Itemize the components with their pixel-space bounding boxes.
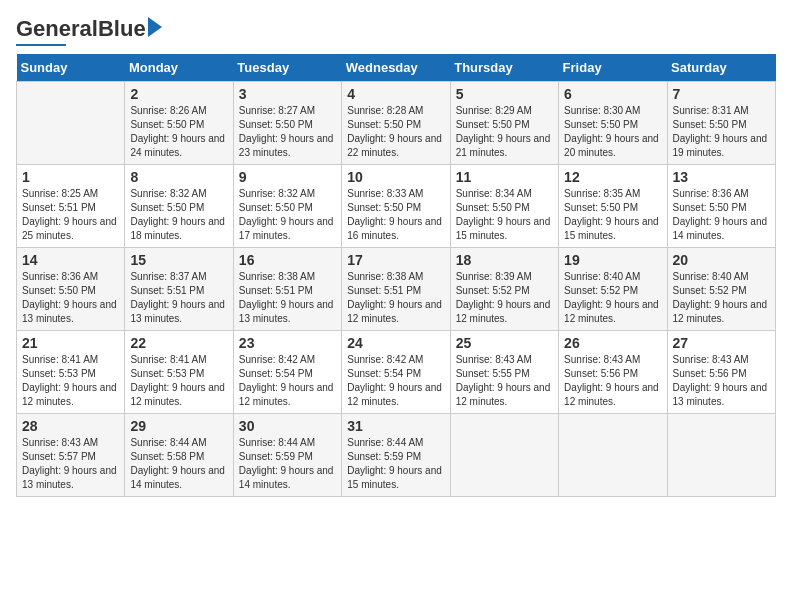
calendar-cell: 24 Sunrise: 8:42 AM Sunset: 5:54 PM Dayl…	[342, 331, 450, 414]
cell-content: Sunrise: 8:44 AM Sunset: 5:58 PM Dayligh…	[130, 436, 227, 492]
calendar-cell	[559, 414, 667, 497]
cell-content: Sunrise: 8:41 AM Sunset: 5:53 PM Dayligh…	[22, 353, 119, 409]
calendar-cell: 6 Sunrise: 8:30 AM Sunset: 5:50 PM Dayli…	[559, 82, 667, 165]
calendar-cell	[450, 414, 558, 497]
day-number: 21	[22, 335, 119, 351]
day-number: 11	[456, 169, 553, 185]
calendar-cell: 11 Sunrise: 8:34 AM Sunset: 5:50 PM Dayl…	[450, 165, 558, 248]
day-number: 17	[347, 252, 444, 268]
day-number: 23	[239, 335, 336, 351]
logo-text: GeneralBlue	[16, 16, 146, 42]
calendar-cell: 12 Sunrise: 8:35 AM Sunset: 5:50 PM Dayl…	[559, 165, 667, 248]
calendar-row: 21 Sunrise: 8:41 AM Sunset: 5:53 PM Dayl…	[17, 331, 776, 414]
day-number: 28	[22, 418, 119, 434]
day-number: 30	[239, 418, 336, 434]
cell-content: Sunrise: 8:35 AM Sunset: 5:50 PM Dayligh…	[564, 187, 661, 243]
cell-content: Sunrise: 8:32 AM Sunset: 5:50 PM Dayligh…	[130, 187, 227, 243]
day-number: 10	[347, 169, 444, 185]
day-number: 19	[564, 252, 661, 268]
calendar-header-row: SundayMondayTuesdayWednesdayThursdayFrid…	[17, 54, 776, 82]
cell-content: Sunrise: 8:41 AM Sunset: 5:53 PM Dayligh…	[130, 353, 227, 409]
cell-content: Sunrise: 8:37 AM Sunset: 5:51 PM Dayligh…	[130, 270, 227, 326]
day-number: 6	[564, 86, 661, 102]
cell-content: Sunrise: 8:43 AM Sunset: 5:56 PM Dayligh…	[564, 353, 661, 409]
calendar-cell: 21 Sunrise: 8:41 AM Sunset: 5:53 PM Dayl…	[17, 331, 125, 414]
calendar-table: SundayMondayTuesdayWednesdayThursdayFrid…	[16, 54, 776, 497]
cell-content: Sunrise: 8:34 AM Sunset: 5:50 PM Dayligh…	[456, 187, 553, 243]
cell-content: Sunrise: 8:43 AM Sunset: 5:57 PM Dayligh…	[22, 436, 119, 492]
cell-content: Sunrise: 8:40 AM Sunset: 5:52 PM Dayligh…	[564, 270, 661, 326]
page-header: GeneralBlue	[16, 16, 776, 46]
calendar-cell: 16 Sunrise: 8:38 AM Sunset: 5:51 PM Dayl…	[233, 248, 341, 331]
calendar-cell: 3 Sunrise: 8:27 AM Sunset: 5:50 PM Dayli…	[233, 82, 341, 165]
day-number: 18	[456, 252, 553, 268]
calendar-cell: 28 Sunrise: 8:43 AM Sunset: 5:57 PM Dayl…	[17, 414, 125, 497]
logo: GeneralBlue	[16, 16, 162, 46]
logo-divider	[16, 44, 66, 46]
calendar-cell	[17, 82, 125, 165]
calendar-row: 2 Sunrise: 8:26 AM Sunset: 5:50 PM Dayli…	[17, 82, 776, 165]
calendar-cell: 9 Sunrise: 8:32 AM Sunset: 5:50 PM Dayli…	[233, 165, 341, 248]
day-number: 22	[130, 335, 227, 351]
calendar-cell: 18 Sunrise: 8:39 AM Sunset: 5:52 PM Dayl…	[450, 248, 558, 331]
calendar-cell: 13 Sunrise: 8:36 AM Sunset: 5:50 PM Dayl…	[667, 165, 775, 248]
cell-content: Sunrise: 8:43 AM Sunset: 5:56 PM Dayligh…	[673, 353, 770, 409]
day-number: 31	[347, 418, 444, 434]
cell-content: Sunrise: 8:40 AM Sunset: 5:52 PM Dayligh…	[673, 270, 770, 326]
day-number: 9	[239, 169, 336, 185]
cell-content: Sunrise: 8:29 AM Sunset: 5:50 PM Dayligh…	[456, 104, 553, 160]
day-number: 8	[130, 169, 227, 185]
day-number: 14	[22, 252, 119, 268]
calendar-cell: 26 Sunrise: 8:43 AM Sunset: 5:56 PM Dayl…	[559, 331, 667, 414]
calendar-cell: 19 Sunrise: 8:40 AM Sunset: 5:52 PM Dayl…	[559, 248, 667, 331]
calendar-cell: 29 Sunrise: 8:44 AM Sunset: 5:58 PM Dayl…	[125, 414, 233, 497]
day-number: 2	[130, 86, 227, 102]
calendar-cell: 22 Sunrise: 8:41 AM Sunset: 5:53 PM Dayl…	[125, 331, 233, 414]
cell-content: Sunrise: 8:42 AM Sunset: 5:54 PM Dayligh…	[239, 353, 336, 409]
cell-content: Sunrise: 8:28 AM Sunset: 5:50 PM Dayligh…	[347, 104, 444, 160]
cell-content: Sunrise: 8:43 AM Sunset: 5:55 PM Dayligh…	[456, 353, 553, 409]
day-number: 3	[239, 86, 336, 102]
cell-content: Sunrise: 8:44 AM Sunset: 5:59 PM Dayligh…	[347, 436, 444, 492]
calendar-cell: 14 Sunrise: 8:36 AM Sunset: 5:50 PM Dayl…	[17, 248, 125, 331]
cell-content: Sunrise: 8:44 AM Sunset: 5:59 PM Dayligh…	[239, 436, 336, 492]
calendar-cell: 8 Sunrise: 8:32 AM Sunset: 5:50 PM Dayli…	[125, 165, 233, 248]
calendar-cell: 17 Sunrise: 8:38 AM Sunset: 5:51 PM Dayl…	[342, 248, 450, 331]
day-number: 26	[564, 335, 661, 351]
day-number: 20	[673, 252, 770, 268]
cell-content: Sunrise: 8:32 AM Sunset: 5:50 PM Dayligh…	[239, 187, 336, 243]
logo-arrow	[148, 17, 162, 41]
day-number: 1	[22, 169, 119, 185]
calendar-cell: 31 Sunrise: 8:44 AM Sunset: 5:59 PM Dayl…	[342, 414, 450, 497]
calendar-cell: 25 Sunrise: 8:43 AM Sunset: 5:55 PM Dayl…	[450, 331, 558, 414]
day-of-week-header: Wednesday	[342, 54, 450, 82]
day-number: 24	[347, 335, 444, 351]
cell-content: Sunrise: 8:30 AM Sunset: 5:50 PM Dayligh…	[564, 104, 661, 160]
cell-content: Sunrise: 8:38 AM Sunset: 5:51 PM Dayligh…	[347, 270, 444, 326]
cell-content: Sunrise: 8:31 AM Sunset: 5:50 PM Dayligh…	[673, 104, 770, 160]
calendar-cell: 10 Sunrise: 8:33 AM Sunset: 5:50 PM Dayl…	[342, 165, 450, 248]
day-number: 13	[673, 169, 770, 185]
calendar-cell: 1 Sunrise: 8:25 AM Sunset: 5:51 PM Dayli…	[17, 165, 125, 248]
day-number: 15	[130, 252, 227, 268]
day-of-week-header: Saturday	[667, 54, 775, 82]
calendar-cell: 20 Sunrise: 8:40 AM Sunset: 5:52 PM Dayl…	[667, 248, 775, 331]
cell-content: Sunrise: 8:36 AM Sunset: 5:50 PM Dayligh…	[673, 187, 770, 243]
svg-marker-0	[148, 17, 162, 37]
calendar-cell: 15 Sunrise: 8:37 AM Sunset: 5:51 PM Dayl…	[125, 248, 233, 331]
calendar-cell: 30 Sunrise: 8:44 AM Sunset: 5:59 PM Dayl…	[233, 414, 341, 497]
calendar-row: 28 Sunrise: 8:43 AM Sunset: 5:57 PM Dayl…	[17, 414, 776, 497]
cell-content: Sunrise: 8:36 AM Sunset: 5:50 PM Dayligh…	[22, 270, 119, 326]
calendar-cell: 2 Sunrise: 8:26 AM Sunset: 5:50 PM Dayli…	[125, 82, 233, 165]
calendar-cell: 23 Sunrise: 8:42 AM Sunset: 5:54 PM Dayl…	[233, 331, 341, 414]
day-number: 5	[456, 86, 553, 102]
day-number: 27	[673, 335, 770, 351]
cell-content: Sunrise: 8:33 AM Sunset: 5:50 PM Dayligh…	[347, 187, 444, 243]
day-of-week-header: Thursday	[450, 54, 558, 82]
calendar-cell: 5 Sunrise: 8:29 AM Sunset: 5:50 PM Dayli…	[450, 82, 558, 165]
day-number: 25	[456, 335, 553, 351]
day-of-week-header: Tuesday	[233, 54, 341, 82]
calendar-cell: 7 Sunrise: 8:31 AM Sunset: 5:50 PM Dayli…	[667, 82, 775, 165]
cell-content: Sunrise: 8:27 AM Sunset: 5:50 PM Dayligh…	[239, 104, 336, 160]
day-of-week-header: Monday	[125, 54, 233, 82]
